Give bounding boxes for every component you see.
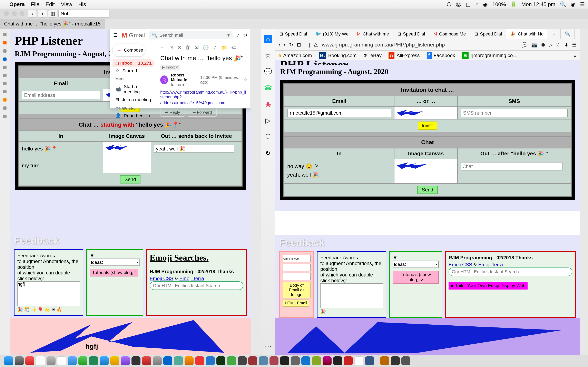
send-icon[interactable]: ▷ (264, 116, 272, 125)
dock-app[interactable] (195, 356, 204, 365)
dock-app[interactable] (163, 356, 172, 365)
search-icon[interactable]: 🔍 (560, 1, 566, 8)
image-canvas[interactable] (103, 142, 151, 173)
gmail-search[interactable]: 🔍 Search mail▾ (149, 31, 233, 39)
dock-app[interactable] (174, 356, 183, 365)
star-icon[interactable]: ☆ (264, 51, 272, 59)
bluetooth-icon[interactable]: ᚼ (475, 1, 479, 8)
dock-app[interactable] (401, 356, 410, 365)
bookmark-aliexpress[interactable]: AAliExpress (389, 52, 420, 59)
tab-speed-dial[interactable]: ⊞Speed Dial (470, 29, 506, 39)
tab-gmail[interactable]: MChat with me (353, 29, 393, 39)
image-canvas[interactable] (394, 159, 458, 184)
footer-canvas[interactable]: hgfj (10, 318, 251, 355)
dock-app[interactable] (269, 356, 278, 365)
email-input[interactable] (287, 109, 391, 117)
home-icon[interactable]: ⌂ (264, 35, 272, 43)
clock[interactable]: Mon 12:45 pm (521, 1, 555, 8)
url-field[interactable]: www.rjmprogramming.com.au/PHP/php_listen… (322, 42, 518, 48)
help-icon[interactable]: ? (237, 33, 239, 38)
tailor-button[interactable]: ▶ Tailor Your Own Emoji Display Web (449, 282, 527, 290)
battery-icon[interactable]: 🔋 (510, 1, 517, 8)
dock-app[interactable] (185, 356, 194, 365)
tab-twitter[interactable]: 🐦(913) My We (311, 29, 353, 39)
messenger-icon[interactable]: 💬 (264, 67, 272, 76)
dock-app[interactable] (25, 356, 34, 365)
dock-app[interactable] (131, 356, 140, 365)
wifi-icon[interactable]: ◉ (483, 1, 488, 8)
small-input[interactable] (283, 273, 311, 280)
address-field[interactable]: Not (58, 10, 109, 17)
emoji-css-link[interactable]: Emoji CSS (150, 276, 173, 281)
star-icon[interactable]: ☆ (243, 77, 247, 82)
dock-app[interactable] (142, 356, 151, 365)
nav-start-meeting[interactable]: 📹 Start a meeting (112, 83, 155, 96)
back-button[interactable]: ‹ (278, 42, 280, 48)
sidebar-item[interactable] (3, 106, 7, 110)
dock-app[interactable] (78, 356, 87, 365)
dock-app[interactable] (227, 356, 236, 365)
dock-app[interactable] (121, 356, 130, 365)
dock-app[interactable] (333, 356, 342, 365)
archive-icon[interactable]: ⊡ (169, 45, 173, 50)
dock-app[interactable] (391, 356, 400, 365)
menu-edit[interactable]: Edit (45, 1, 55, 8)
menu-icon[interactable]: ☰ (580, 1, 585, 8)
send-button[interactable]: Send (417, 186, 438, 194)
sidebar-item[interactable] (3, 74, 7, 77)
small-input[interactable] (283, 255, 311, 262)
emoji-terra-link[interactable]: Emoji Terra (478, 262, 503, 267)
sidebar-button[interactable]: ▥ (48, 10, 57, 17)
ideas-select[interactable]: Ideas: (393, 261, 439, 268)
heart-icon[interactable]: ♡ (264, 133, 272, 141)
send-button[interactable]: Send (120, 175, 140, 184)
nav-inbox[interactable]: ◻ Inbox10,271 (112, 59, 155, 67)
tab-compose[interactable]: MCompose Me (429, 29, 470, 39)
sms-input[interactable] (461, 109, 568, 117)
sidebar-item[interactable] (3, 58, 7, 61)
email-input[interactable] (22, 91, 100, 99)
play-icon[interactable]: ▷ (549, 42, 553, 48)
bookmarks-more[interactable]: » (574, 53, 577, 58)
sidebar-item[interactable] (3, 82, 7, 85)
history-icon[interactable]: ↻ (264, 149, 272, 157)
email-image-button[interactable]: Body of Email as Image (283, 282, 311, 298)
status-icon[interactable]: ⬡ (447, 1, 451, 8)
compose-button[interactable]: ＋Compose (112, 44, 145, 57)
bookmark-rjm[interactable]: ⊕rjmprogramming.co… (462, 52, 518, 59)
dock-app[interactable] (216, 356, 225, 365)
window-controls[interactable] (2, 11, 26, 16)
sender-avatar[interactable]: R (160, 75, 168, 84)
status-icon[interactable]: Ⓜ (456, 1, 461, 8)
dock-app[interactable] (153, 356, 162, 365)
dock-app[interactable] (301, 356, 310, 365)
block-icon[interactable]: ⊗ (541, 42, 545, 48)
menu-icon[interactable]: ☰ (572, 42, 577, 48)
dock-app[interactable] (355, 356, 363, 365)
camera-icon[interactable]: 📷 (531, 42, 537, 48)
emoji-terra-link[interactable]: Emoji Terra (179, 276, 204, 281)
settings-icon[interactable]: ⚙ (243, 33, 247, 38)
forward-button[interactable]: › (284, 42, 285, 48)
menu-file[interactable]: File (31, 1, 39, 8)
bookmark-facebook[interactable]: fFacebook (427, 52, 455, 59)
apps-button[interactable]: ⊞ (297, 42, 301, 48)
emoji-css-link[interactable]: Emoji CSS (449, 262, 472, 267)
forward-button[interactable]: › (38, 10, 47, 17)
bookmark-amazon[interactable]: aAmazon.com (278, 53, 312, 58)
html-email-button[interactable]: HTML Email (283, 300, 309, 307)
reload-button[interactable]: ↻ (289, 42, 293, 48)
bookmark-ebay[interactable]: 🛍eBay (363, 53, 381, 58)
sidebar-item[interactable] (3, 49, 7, 53)
back-icon[interactable]: ← (160, 45, 165, 50)
dock-app[interactable] (4, 356, 13, 365)
out-input[interactable] (154, 145, 234, 152)
whatsapp-icon[interactable]: ☎ (264, 83, 272, 92)
sidebar-item[interactable] (3, 41, 7, 44)
menu-history[interactable]: His (78, 1, 86, 8)
ideas-select[interactable]: Ideas: (90, 259, 140, 266)
feedback-textarea[interactable] (320, 284, 383, 308)
tutorials-button[interactable]: Tutorials (show blog, t (90, 269, 138, 276)
email-link[interactable]: http://www.rjmprogramming.com.au/PHP/php… (160, 90, 247, 99)
dock-app[interactable] (238, 356, 247, 365)
